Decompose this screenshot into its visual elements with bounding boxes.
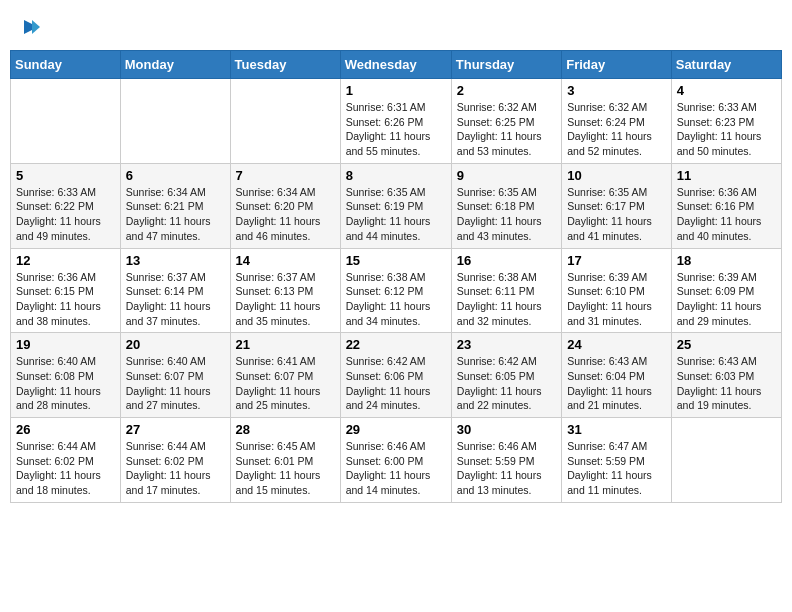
day-number: 28 bbox=[236, 422, 335, 437]
day-info: Sunrise: 6:39 AMSunset: 6:10 PMDaylight:… bbox=[567, 270, 666, 329]
day-number: 29 bbox=[346, 422, 446, 437]
calendar-day-cell: 1Sunrise: 6:31 AMSunset: 6:26 PMDaylight… bbox=[340, 79, 451, 164]
calendar-day-cell: 28Sunrise: 6:45 AMSunset: 6:01 PMDayligh… bbox=[230, 418, 340, 503]
calendar-day-cell: 11Sunrise: 6:36 AMSunset: 6:16 PMDayligh… bbox=[671, 163, 781, 248]
day-number: 9 bbox=[457, 168, 556, 183]
day-number: 3 bbox=[567, 83, 666, 98]
day-number: 22 bbox=[346, 337, 446, 352]
logo-icon bbox=[18, 14, 44, 40]
calendar-week-row: 26Sunrise: 6:44 AMSunset: 6:02 PMDayligh… bbox=[11, 418, 782, 503]
calendar-day-cell: 12Sunrise: 6:36 AMSunset: 6:15 PMDayligh… bbox=[11, 248, 121, 333]
calendar-header-cell: Wednesday bbox=[340, 51, 451, 79]
day-number: 12 bbox=[16, 253, 115, 268]
calendar-day-cell: 17Sunrise: 6:39 AMSunset: 6:10 PMDayligh… bbox=[562, 248, 672, 333]
calendar-day-cell: 27Sunrise: 6:44 AMSunset: 6:02 PMDayligh… bbox=[120, 418, 230, 503]
day-number: 16 bbox=[457, 253, 556, 268]
calendar-day-cell: 22Sunrise: 6:42 AMSunset: 6:06 PMDayligh… bbox=[340, 333, 451, 418]
calendar-day-cell: 14Sunrise: 6:37 AMSunset: 6:13 PMDayligh… bbox=[230, 248, 340, 333]
day-info: Sunrise: 6:32 AMSunset: 6:24 PMDaylight:… bbox=[567, 100, 666, 159]
day-number: 7 bbox=[236, 168, 335, 183]
calendar-day-cell bbox=[120, 79, 230, 164]
calendar-day-cell: 16Sunrise: 6:38 AMSunset: 6:11 PMDayligh… bbox=[451, 248, 561, 333]
day-info: Sunrise: 6:36 AMSunset: 6:15 PMDaylight:… bbox=[16, 270, 115, 329]
day-number: 5 bbox=[16, 168, 115, 183]
calendar-day-cell bbox=[230, 79, 340, 164]
day-number: 18 bbox=[677, 253, 776, 268]
calendar-body: 1Sunrise: 6:31 AMSunset: 6:26 PMDaylight… bbox=[11, 79, 782, 503]
day-number: 24 bbox=[567, 337, 666, 352]
day-info: Sunrise: 6:33 AMSunset: 6:23 PMDaylight:… bbox=[677, 100, 776, 159]
day-number: 2 bbox=[457, 83, 556, 98]
day-info: Sunrise: 6:39 AMSunset: 6:09 PMDaylight:… bbox=[677, 270, 776, 329]
day-info: Sunrise: 6:40 AMSunset: 6:07 PMDaylight:… bbox=[126, 354, 225, 413]
calendar-header-cell: Sunday bbox=[11, 51, 121, 79]
day-number: 30 bbox=[457, 422, 556, 437]
day-number: 25 bbox=[677, 337, 776, 352]
calendar-day-cell: 4Sunrise: 6:33 AMSunset: 6:23 PMDaylight… bbox=[671, 79, 781, 164]
day-info: Sunrise: 6:44 AMSunset: 6:02 PMDaylight:… bbox=[126, 439, 225, 498]
day-info: Sunrise: 6:40 AMSunset: 6:08 PMDaylight:… bbox=[16, 354, 115, 413]
day-number: 4 bbox=[677, 83, 776, 98]
calendar-header-cell: Thursday bbox=[451, 51, 561, 79]
calendar-week-row: 19Sunrise: 6:40 AMSunset: 6:08 PMDayligh… bbox=[11, 333, 782, 418]
day-info: Sunrise: 6:31 AMSunset: 6:26 PMDaylight:… bbox=[346, 100, 446, 159]
day-info: Sunrise: 6:34 AMSunset: 6:21 PMDaylight:… bbox=[126, 185, 225, 244]
calendar-day-cell: 6Sunrise: 6:34 AMSunset: 6:21 PMDaylight… bbox=[120, 163, 230, 248]
day-number: 8 bbox=[346, 168, 446, 183]
page-header bbox=[10, 10, 782, 42]
logo bbox=[16, 14, 44, 38]
day-info: Sunrise: 6:35 AMSunset: 6:18 PMDaylight:… bbox=[457, 185, 556, 244]
day-number: 1 bbox=[346, 83, 446, 98]
calendar-day-cell: 26Sunrise: 6:44 AMSunset: 6:02 PMDayligh… bbox=[11, 418, 121, 503]
day-info: Sunrise: 6:38 AMSunset: 6:11 PMDaylight:… bbox=[457, 270, 556, 329]
logo-text bbox=[16, 14, 44, 40]
calendar-day-cell: 18Sunrise: 6:39 AMSunset: 6:09 PMDayligh… bbox=[671, 248, 781, 333]
calendar-day-cell: 13Sunrise: 6:37 AMSunset: 6:14 PMDayligh… bbox=[120, 248, 230, 333]
day-number: 23 bbox=[457, 337, 556, 352]
calendar-header-cell: Saturday bbox=[671, 51, 781, 79]
day-info: Sunrise: 6:45 AMSunset: 6:01 PMDaylight:… bbox=[236, 439, 335, 498]
day-number: 10 bbox=[567, 168, 666, 183]
calendar-day-cell: 5Sunrise: 6:33 AMSunset: 6:22 PMDaylight… bbox=[11, 163, 121, 248]
calendar-day-cell: 9Sunrise: 6:35 AMSunset: 6:18 PMDaylight… bbox=[451, 163, 561, 248]
calendar-header-cell: Monday bbox=[120, 51, 230, 79]
day-info: Sunrise: 6:37 AMSunset: 6:14 PMDaylight:… bbox=[126, 270, 225, 329]
calendar-day-cell: 2Sunrise: 6:32 AMSunset: 6:25 PMDaylight… bbox=[451, 79, 561, 164]
calendar-day-cell: 24Sunrise: 6:43 AMSunset: 6:04 PMDayligh… bbox=[562, 333, 672, 418]
day-info: Sunrise: 6:42 AMSunset: 6:06 PMDaylight:… bbox=[346, 354, 446, 413]
calendar-day-cell: 30Sunrise: 6:46 AMSunset: 5:59 PMDayligh… bbox=[451, 418, 561, 503]
calendar-table: SundayMondayTuesdayWednesdayThursdayFrid… bbox=[10, 50, 782, 503]
day-number: 20 bbox=[126, 337, 225, 352]
calendar-day-cell bbox=[11, 79, 121, 164]
day-info: Sunrise: 6:33 AMSunset: 6:22 PMDaylight:… bbox=[16, 185, 115, 244]
day-number: 14 bbox=[236, 253, 335, 268]
day-number: 21 bbox=[236, 337, 335, 352]
day-info: Sunrise: 6:36 AMSunset: 6:16 PMDaylight:… bbox=[677, 185, 776, 244]
calendar-day-cell: 23Sunrise: 6:42 AMSunset: 6:05 PMDayligh… bbox=[451, 333, 561, 418]
day-info: Sunrise: 6:35 AMSunset: 6:17 PMDaylight:… bbox=[567, 185, 666, 244]
calendar-day-cell bbox=[671, 418, 781, 503]
calendar-day-cell: 19Sunrise: 6:40 AMSunset: 6:08 PMDayligh… bbox=[11, 333, 121, 418]
day-info: Sunrise: 6:46 AMSunset: 6:00 PMDaylight:… bbox=[346, 439, 446, 498]
day-info: Sunrise: 6:43 AMSunset: 6:03 PMDaylight:… bbox=[677, 354, 776, 413]
calendar-day-cell: 29Sunrise: 6:46 AMSunset: 6:00 PMDayligh… bbox=[340, 418, 451, 503]
day-number: 11 bbox=[677, 168, 776, 183]
calendar-week-row: 1Sunrise: 6:31 AMSunset: 6:26 PMDaylight… bbox=[11, 79, 782, 164]
day-info: Sunrise: 6:34 AMSunset: 6:20 PMDaylight:… bbox=[236, 185, 335, 244]
day-number: 15 bbox=[346, 253, 446, 268]
day-number: 19 bbox=[16, 337, 115, 352]
calendar-day-cell: 10Sunrise: 6:35 AMSunset: 6:17 PMDayligh… bbox=[562, 163, 672, 248]
day-number: 31 bbox=[567, 422, 666, 437]
day-number: 17 bbox=[567, 253, 666, 268]
calendar-header-cell: Friday bbox=[562, 51, 672, 79]
calendar-day-cell: 7Sunrise: 6:34 AMSunset: 6:20 PMDaylight… bbox=[230, 163, 340, 248]
calendar-day-cell: 20Sunrise: 6:40 AMSunset: 6:07 PMDayligh… bbox=[120, 333, 230, 418]
calendar-day-cell: 21Sunrise: 6:41 AMSunset: 6:07 PMDayligh… bbox=[230, 333, 340, 418]
calendar-day-cell: 15Sunrise: 6:38 AMSunset: 6:12 PMDayligh… bbox=[340, 248, 451, 333]
calendar-header-cell: Tuesday bbox=[230, 51, 340, 79]
calendar-header-row: SundayMondayTuesdayWednesdayThursdayFrid… bbox=[11, 51, 782, 79]
day-number: 6 bbox=[126, 168, 225, 183]
calendar-day-cell: 3Sunrise: 6:32 AMSunset: 6:24 PMDaylight… bbox=[562, 79, 672, 164]
day-info: Sunrise: 6:46 AMSunset: 5:59 PMDaylight:… bbox=[457, 439, 556, 498]
calendar-day-cell: 31Sunrise: 6:47 AMSunset: 5:59 PMDayligh… bbox=[562, 418, 672, 503]
